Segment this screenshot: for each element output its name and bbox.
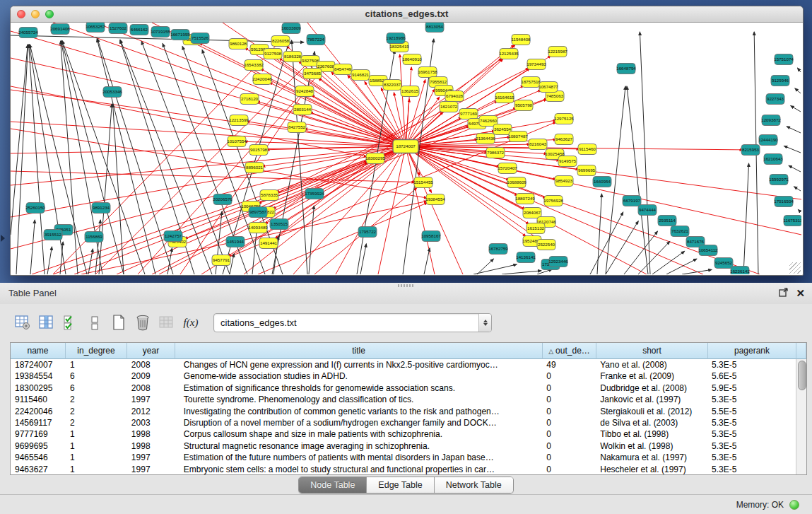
citation-edge-red[interactable] bbox=[152, 163, 367, 274]
table-row[interactable]: 911546021997Tourette syndrome. Phenomeno… bbox=[11, 394, 796, 405]
graph-node-yellow[interactable]: 2803144 bbox=[293, 105, 312, 115]
graph-node-yellow[interactable]: 8427552 bbox=[288, 122, 306, 133]
graph-node-yellow[interactable]: 9115460 bbox=[578, 144, 596, 155]
citation-edge-black[interactable] bbox=[61, 41, 78, 274]
graph-node-yellow[interactable]: 1621072 bbox=[440, 102, 458, 112]
table-row[interactable]: 969969511998Structural magnetic resonanc… bbox=[11, 440, 796, 452]
column-header-short[interactable]: short bbox=[596, 343, 708, 359]
graph-node-yellow[interactable]: 11548408 bbox=[511, 35, 531, 45]
graph-node-yellow[interactable]: 16961758 bbox=[418, 67, 437, 78]
graph-node-yellow[interactable]: 12125435 bbox=[499, 49, 519, 59]
citation-edge-black[interactable] bbox=[477, 259, 493, 274]
graph-node-teal[interactable]: 9474444 bbox=[638, 205, 657, 216]
graph-node-teal[interactable]: 15751074 bbox=[774, 54, 794, 65]
graph-node-teal[interactable]: 12444190 bbox=[758, 135, 778, 146]
citation-edge-black[interactable] bbox=[682, 269, 712, 274]
table-row[interactable]: 946554611997Estimation of the future num… bbox=[11, 452, 796, 463]
table-scrollbar-thumb[interactable] bbox=[798, 361, 806, 390]
graph-node-yellow[interactable]: 9242848 bbox=[295, 86, 314, 97]
graph-node-teal[interactable]: 24055724 bbox=[18, 28, 38, 38]
graph-node-teal[interactable]: 9227343 bbox=[766, 94, 784, 105]
network-canvas[interactable]: 7663822986012859129548226058912750816543… bbox=[11, 23, 801, 274]
graph-node-teal[interactable]: 2935114 bbox=[658, 216, 676, 226]
graph-node-teal[interactable]: 1350515 bbox=[270, 219, 288, 230]
graph-node-yellow[interactable]: 9149575 bbox=[558, 156, 577, 167]
citation-edge-black[interactable] bbox=[62, 40, 145, 274]
graph-node-teal[interactable]: 1640954 bbox=[593, 177, 611, 187]
tab-network-table[interactable]: Network Table bbox=[434, 477, 513, 493]
network-window-titlebar[interactable]: citations_edges.txt bbox=[11, 6, 803, 23]
graph-node-teal[interactable]: 17016504 bbox=[774, 197, 794, 207]
graph-node-yellow[interactable]: 9146821 bbox=[351, 70, 370, 81]
citation-edge-black[interactable] bbox=[794, 187, 801, 191]
graph-node-teal[interactable]: 16033809 bbox=[281, 23, 301, 34]
delete-table-icon[interactable] bbox=[133, 313, 153, 332]
graph-node-teal[interactable]: 8215953 bbox=[741, 145, 760, 156]
show-columns-icon[interactable] bbox=[37, 313, 57, 332]
citation-edge-black[interactable] bbox=[502, 271, 541, 274]
table-scrollbar[interactable] bbox=[796, 359, 806, 474]
column-header-title[interactable]: title bbox=[175, 343, 543, 359]
citation-edge-black[interactable] bbox=[597, 194, 601, 274]
graph-node-yellow[interactable]: 9699695 bbox=[577, 165, 596, 176]
graph-node-yellow[interactable]: 19756928 bbox=[543, 196, 563, 206]
citation-edge-black[interactable] bbox=[30, 220, 35, 274]
graph-node-teal[interactable]: 7632621 bbox=[671, 226, 689, 237]
graph-node-yellow[interactable]: 19734493 bbox=[526, 59, 546, 70]
table-row[interactable]: 1830029562008Estimation of significance … bbox=[11, 382, 796, 394]
graph-node-yellow[interactable]: 2522540 bbox=[537, 240, 555, 250]
graph-node-teal[interactable]: 6679197 bbox=[623, 196, 641, 206]
tab-node-table[interactable]: Node Table bbox=[299, 477, 366, 493]
graph-node-teal[interactable]: 9897587 bbox=[249, 207, 267, 218]
graph-node-yellow[interactable]: 2084067 bbox=[523, 208, 541, 218]
citation-edge-black[interactable] bbox=[791, 106, 801, 112]
graph-node-yellow[interactable]: 9854923 bbox=[555, 176, 573, 187]
graph-node-yellow[interactable]: 15720407 bbox=[498, 163, 517, 174]
graph-node-teal[interactable]: 16236141 bbox=[730, 267, 750, 275]
graph-node-yellow[interactable]: 9463627 bbox=[555, 134, 573, 145]
column-header-pagerank[interactable]: pagerank bbox=[708, 343, 796, 359]
table-row[interactable]: 1872400712008Changes of HCN gene express… bbox=[11, 359, 796, 370]
graph-node-yellow[interactable]: 18757516 bbox=[521, 77, 541, 88]
citation-edge-black[interactable] bbox=[743, 163, 749, 274]
graph-node-teal[interactable]: 10719155 bbox=[151, 27, 170, 37]
graph-node-teal[interactable]: 1527602 bbox=[109, 23, 127, 34]
table-selector-dropdown[interactable]: citations_edges.txt bbox=[213, 313, 492, 332]
collapsed-panel-arrow[interactable] bbox=[1, 235, 5, 242]
graph-node-yellow[interactable]: 12215987 bbox=[548, 47, 567, 57]
graph-node-teal[interactable]: 16210643 bbox=[763, 154, 783, 165]
graph-node-teal[interactable]: 12923446 bbox=[548, 257, 568, 267]
graph-node-yellow[interactable]: 1615132 bbox=[526, 223, 545, 234]
dropdown-stepper-icon[interactable] bbox=[478, 314, 491, 332]
column-header-name[interactable]: name bbox=[11, 343, 66, 359]
graph-node-yellow[interactable]: 19384554 bbox=[425, 194, 445, 205]
graph-node-yellow[interactable]: 3475685 bbox=[303, 69, 322, 79]
citation-edge-black[interactable] bbox=[16, 45, 28, 274]
graph-node-yellow[interactable]: 8216043 bbox=[529, 139, 547, 150]
citation-edge-black[interactable] bbox=[798, 209, 801, 212]
function-builder-icon[interactable]: f(x) bbox=[181, 313, 201, 332]
graph-node-teal[interactable]: 20206576 bbox=[213, 194, 233, 205]
graph-node-teal[interactable]: 19218986 bbox=[386, 33, 406, 44]
network-graph[interactable]: 7663822986012859129548226058912750816543… bbox=[11, 23, 801, 274]
citation-edge-black[interactable] bbox=[309, 206, 314, 274]
graph-node-teal[interactable]: 1795722 bbox=[358, 227, 377, 238]
graph-node-yellow[interactable]: 1491441 bbox=[259, 238, 278, 249]
graph-node-yellow[interactable]: 8896021 bbox=[245, 163, 264, 173]
graph-node-teal[interactable]: 6466162 bbox=[130, 25, 148, 35]
clear-selection-icon[interactable] bbox=[85, 313, 105, 332]
graph-node-teal[interactable]: 15992971 bbox=[769, 175, 789, 185]
graph-node-teal[interactable]: 1451944 bbox=[226, 237, 245, 247]
table-settings-icon[interactable] bbox=[13, 313, 33, 332]
float-panel-icon[interactable] bbox=[779, 287, 789, 300]
graph-node-yellow[interactable]: 8226058 bbox=[271, 36, 290, 47]
graph-node-yellow[interactable]: 21364436 bbox=[476, 134, 495, 144]
graph-node-teal[interactable]: 10958167 bbox=[421, 231, 441, 242]
citation-edge-black[interactable] bbox=[784, 146, 801, 153]
select-all-icon[interactable] bbox=[61, 313, 81, 332]
graph-node-yellow[interactable]: 10807487 bbox=[508, 132, 528, 142]
graph-node-yellow[interactable]: 9127508 bbox=[264, 49, 282, 59]
table-row[interactable]: 1456911722003Disruption of a novel membe… bbox=[11, 417, 796, 428]
graph-node-teal[interactable]: 12093872 bbox=[761, 115, 781, 126]
graph-node-yellow[interactable]: 1362615 bbox=[401, 86, 419, 97]
